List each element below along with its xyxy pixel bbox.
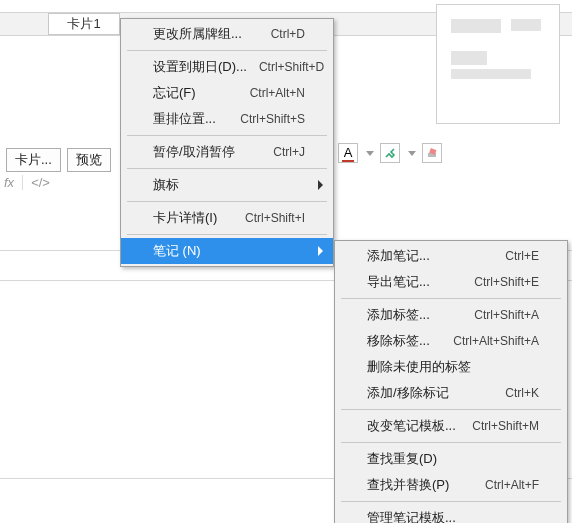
- menu-item-shortcut: Ctrl+Shift+I: [245, 211, 305, 225]
- notes-menu-item[interactable]: 添加笔记...Ctrl+E: [335, 243, 567, 269]
- eraser-icon[interactable]: [422, 143, 442, 163]
- notes-menu-item[interactable]: 删除未使用的标签: [335, 354, 567, 380]
- menu-separator: [341, 298, 561, 299]
- card-menu-item[interactable]: 忘记(F)Ctrl+Alt+N: [121, 80, 333, 106]
- notes-menu-item[interactable]: 查找重复(D): [335, 446, 567, 472]
- menu-item-label: 查找重复(D): [367, 450, 539, 468]
- preview-panel: [436, 4, 560, 124]
- menu-item-shortcut: Ctrl+Shift+S: [240, 112, 305, 126]
- menu-item-label: 笔记 (N): [153, 242, 305, 260]
- menu-item-label: 添加标签...: [367, 306, 462, 324]
- menu-item-label: 改变笔记模板...: [367, 417, 460, 435]
- context-menu-card: 更改所属牌组...Ctrl+D设置到期日(D)...Ctrl+Shift+D忘记…: [120, 18, 334, 267]
- menu-item-label: 查找并替换(P): [367, 476, 473, 494]
- menu-separator: [127, 50, 327, 51]
- menu-item-label: 管理笔记模板...: [367, 509, 539, 523]
- menu-separator: [127, 168, 327, 169]
- menu-item-label: 删除未使用的标签: [367, 358, 539, 376]
- card-menu-item[interactable]: 笔记 (N): [121, 238, 333, 264]
- card-menu-item[interactable]: 重排位置...Ctrl+Shift+S: [121, 106, 333, 132]
- context-menu-notes: 添加笔记...Ctrl+E导出笔记...Ctrl+Shift+E添加标签...C…: [334, 240, 568, 523]
- notes-menu-item[interactable]: 添加/移除标记Ctrl+K: [335, 380, 567, 406]
- menu-item-label: 更改所属牌组...: [153, 25, 259, 43]
- menu-item-label: 设置到期日(D)...: [153, 58, 247, 76]
- notes-menu-item[interactable]: 移除标签...Ctrl+Alt+Shift+A: [335, 328, 567, 354]
- menu-item-label: 旗标: [153, 176, 305, 194]
- menu-separator: [127, 234, 327, 235]
- menu-item-label: 忘记(F): [153, 84, 238, 102]
- card-menu-item[interactable]: 卡片详情(I)Ctrl+Shift+I: [121, 205, 333, 231]
- dropdown-icon[interactable]: [408, 151, 416, 156]
- card-menu-item[interactable]: 更改所属牌组...Ctrl+D: [121, 21, 333, 47]
- card-cell-label: 卡片1: [67, 15, 100, 33]
- notes-menu-item[interactable]: 添加标签...Ctrl+Shift+A: [335, 302, 567, 328]
- preview-button[interactable]: 预览: [67, 148, 111, 172]
- submenu-arrow-icon: [318, 180, 323, 190]
- code-icon[interactable]: </>: [31, 175, 50, 190]
- text-color-icon[interactable]: A: [338, 143, 358, 163]
- notes-menu-item[interactable]: 查找并替换(P)Ctrl+Alt+F: [335, 472, 567, 498]
- menu-item-shortcut: Ctrl+Shift+M: [472, 419, 539, 433]
- menu-item-label: 暂停/取消暂停: [153, 143, 261, 161]
- menu-separator: [341, 409, 561, 410]
- notes-menu-item[interactable]: 导出笔记...Ctrl+Shift+E: [335, 269, 567, 295]
- menu-item-label: 添加/移除标记: [367, 384, 493, 402]
- menu-item-shortcut: Ctrl+K: [505, 386, 539, 400]
- cards-button[interactable]: 卡片...: [6, 148, 61, 172]
- menu-item-shortcut: Ctrl+Alt+Shift+A: [453, 334, 539, 348]
- menu-item-shortcut: Ctrl+Shift+E: [474, 275, 539, 289]
- menu-item-shortcut: Ctrl+Alt+F: [485, 478, 539, 492]
- card-cell[interactable]: 卡片1: [48, 13, 120, 35]
- dropdown-icon[interactable]: [366, 151, 374, 156]
- menu-item-label: 添加笔记...: [367, 247, 493, 265]
- menu-item-label: 移除标签...: [367, 332, 441, 350]
- menu-item-label: 卡片详情(I): [153, 209, 233, 227]
- fx-bar: fx </>: [4, 175, 50, 190]
- notes-menu-item[interactable]: 管理笔记模板...: [335, 505, 567, 523]
- menu-item-shortcut: Ctrl+E: [505, 249, 539, 263]
- menu-separator: [127, 201, 327, 202]
- card-menu-item[interactable]: 设置到期日(D)...Ctrl+Shift+D: [121, 54, 333, 80]
- menu-item-shortcut: Ctrl+Shift+A: [474, 308, 539, 322]
- toolbar: 卡片... 预览: [6, 148, 111, 172]
- menu-item-shortcut: Ctrl+Shift+D: [259, 60, 324, 74]
- card-menu-item[interactable]: 暂停/取消暂停Ctrl+J: [121, 139, 333, 165]
- menu-item-shortcut: Ctrl+D: [271, 27, 305, 41]
- menu-item-label: 重排位置...: [153, 110, 228, 128]
- fx-icon[interactable]: fx: [4, 175, 23, 190]
- card-menu-item[interactable]: 旗标: [121, 172, 333, 198]
- menu-separator: [341, 442, 561, 443]
- format-toolbar: A: [338, 143, 442, 163]
- menu-item-label: 导出笔记...: [367, 273, 462, 291]
- menu-separator: [341, 501, 561, 502]
- notes-menu-item[interactable]: 改变笔记模板...Ctrl+Shift+M: [335, 413, 567, 439]
- menu-item-shortcut: Ctrl+Alt+N: [250, 86, 305, 100]
- submenu-arrow-icon: [318, 246, 323, 256]
- highlight-icon[interactable]: [380, 143, 400, 163]
- menu-item-shortcut: Ctrl+J: [273, 145, 305, 159]
- menu-separator: [127, 135, 327, 136]
